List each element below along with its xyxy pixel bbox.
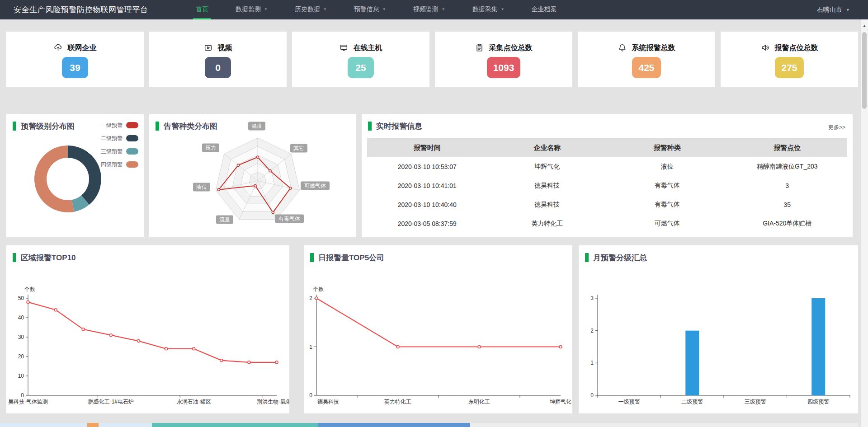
top-navbar: 安全生产风险预警防控物联网管理平台 首页数据监测▼历史数据▼预警信息▼视频监测▼…: [0, 0, 868, 19]
video-icon: [204, 43, 212, 52]
panel-daily-alarm-top5: 日报警量TOP5公司 012个数德昊科技英力特化工东明化工坤辉气化: [304, 245, 572, 413]
daily-alarm-top5-line-chart: 012个数德昊科技英力特化工东明化工坤辉气化: [304, 245, 572, 413]
warning-level-donut-chart: [6, 114, 144, 237]
radar-axis-label: 压力: [202, 144, 219, 152]
radar-axis-label: 其它: [290, 144, 307, 153]
stat-card-label: 在线主机: [354, 44, 382, 52]
pale-blue-block: [0, 423, 152, 427]
nav-item-label: 历史数据: [295, 5, 320, 13]
svg-text:可燃气体: 可燃气体: [304, 183, 326, 189]
stat-card-label: 报警点位总数: [775, 44, 818, 52]
table-cell: 2020-03-10 10:40:40: [367, 195, 487, 214]
nav-item-0[interactable]: 首页: [193, 0, 211, 19]
region-label: 石嘴山市: [817, 6, 842, 13]
nav-item-label: 预警信息: [354, 5, 379, 13]
svg-text:压力: 压力: [205, 145, 216, 151]
table-row-3: 2020-03-05 08:37:59英力特化工可燃气体GIA-520单体贮槽: [367, 214, 847, 233]
nav-item-label: 数据监测: [236, 5, 261, 13]
svg-text:30: 30: [18, 334, 24, 340]
table-cell: 2020-03-10 10:41:01: [367, 176, 487, 195]
table-cell: 35: [727, 195, 848, 214]
svg-text:1: 1: [309, 344, 312, 350]
stat-card-2: 在线主机25: [292, 32, 429, 87]
nav-item-3[interactable]: 预警信息▼: [351, 0, 389, 19]
svg-text:鹏盛化工-1#电石炉: 鹏盛化工-1#电石炉: [88, 399, 134, 405]
region-selector[interactable]: 石嘴山市▼: [817, 0, 850, 20]
stat-card-value: 425: [632, 57, 660, 78]
nav-item-6[interactable]: 企业档案: [529, 0, 560, 19]
svg-text:40: 40: [18, 314, 24, 321]
grey-block: [470, 423, 858, 427]
stat-card-value: 275: [775, 57, 803, 78]
stat-card-0: 联网企业39: [6, 32, 144, 87]
radar-axis-label: 液位: [193, 183, 210, 192]
table-header-row: 报警时间企业名称报警种类报警点位: [367, 138, 847, 157]
stat-card-3: 采集点位总数1093: [435, 32, 572, 87]
panel-warning-level-distribution: 预警级别分布图 一级预警二级预警三级预警四级预警: [6, 114, 144, 237]
table-row-0: 2020-03-10 10:53:07坤辉气化液位精醇南罐液位GT_203: [367, 157, 847, 176]
svg-text:50: 50: [18, 295, 24, 301]
app-title: 安全生产风险预警防控物联网管理平台: [14, 0, 148, 19]
speaker-icon: [761, 43, 769, 52]
stat-card-head: 联网企业: [6, 43, 144, 53]
table-cell: 2020-03-05 08:37:59: [367, 214, 487, 233]
table-cell: 液位: [607, 157, 727, 176]
svg-text:东明化工: 东明化工: [468, 399, 490, 405]
nav-item-4[interactable]: 视频监测▼: [410, 0, 448, 19]
nav-item-5[interactable]: 数据采集▼: [470, 0, 507, 19]
table-cell: GIA-520单体贮槽: [727, 214, 848, 233]
monitor-icon: [340, 43, 348, 52]
chevron-down-icon: ▼: [501, 7, 505, 11]
stat-card-1: 视频0: [149, 32, 287, 87]
teal-block: [152, 423, 318, 427]
more-link[interactable]: 更多>>: [828, 124, 845, 131]
nav-item-1[interactable]: 数据监测▼: [233, 0, 270, 19]
table-cell: 2020-03-10 10:53:07: [367, 157, 487, 176]
nav-item-label: 首页: [196, 5, 208, 13]
svg-text:1: 1: [590, 360, 594, 366]
svg-text:个数: 个数: [24, 286, 35, 292]
svg-text:二级预警: 二级预警: [681, 399, 703, 405]
panel-region-alarm-top10: 区域报警TOP10 01020304050个数昊科技-气体监测鹏盛化工-1#电石…: [6, 245, 289, 413]
panel-alarm-type-distribution: 告警种类分布图 温度其它可燃气体有毒气体流量液位压力: [149, 114, 356, 237]
svg-text:三级预警: 三级预警: [745, 399, 766, 405]
stat-card-5: 报警点位总数275: [721, 32, 858, 87]
cloud-upload-icon: [54, 43, 62, 52]
svg-text:2: 2: [309, 295, 312, 301]
bell-icon: [618, 43, 627, 52]
svg-text:流量: 流量: [219, 216, 230, 223]
radar-axis-label: 可燃气体: [301, 182, 330, 190]
table-header-cell: 企业名称: [487, 138, 608, 157]
svg-text:昊科技-气体监测: 昊科技-气体监测: [8, 399, 48, 405]
scroll-up-arrow-icon[interactable]: ▲: [861, 22, 868, 29]
stat-card-head: 系统报警总数: [578, 43, 715, 53]
table-cell: 有毒气体: [607, 176, 727, 195]
panel-title-text: 实时报警信息: [376, 121, 422, 131]
chevron-down-icon: ▼: [442, 7, 445, 11]
vertical-scrollbar[interactable]: ▲: [860, 19, 868, 427]
chevron-down-icon: ▼: [846, 8, 850, 12]
table-header-cell: 报警点位: [727, 138, 848, 157]
panel-title: 实时报警信息: [368, 121, 422, 131]
nav-item-label: 数据采集: [472, 5, 498, 13]
svg-text:0: 0: [309, 392, 312, 399]
blue-block: [318, 423, 470, 427]
radar-axis-label: 流量: [216, 216, 233, 224]
clipboard-icon: [475, 43, 484, 52]
stat-card-head: 视频: [149, 43, 287, 53]
table-cell: 德昊科技: [487, 176, 608, 195]
stat-card-head: 采集点位总数: [435, 43, 572, 53]
svg-text:0: 0: [21, 392, 24, 399]
monthly-warning-bar-chart: 0123一级预警二级预警三级预警四级预警: [579, 245, 858, 413]
nav-item-label: 企业档案: [532, 5, 557, 13]
svg-text:荆洪生物-氧化反: 荆洪生物-氧化反: [257, 399, 289, 405]
svg-text:20: 20: [18, 353, 24, 360]
svg-text:其它: 其它: [293, 145, 304, 151]
stat-card-label: 系统报警总数: [632, 44, 675, 52]
scrollbar-thumb[interactable]: [862, 32, 867, 109]
svg-text:10: 10: [18, 373, 24, 379]
svg-text:德昊科技: 德昊科技: [317, 399, 339, 405]
radar-axis-label: 温度: [248, 122, 265, 131]
nav-item-2[interactable]: 历史数据▼: [292, 0, 330, 19]
panel-realtime-alarms: 实时报警信息 更多>> 报警时间企业名称报警种类报警点位2020-03-10 1…: [362, 114, 853, 237]
